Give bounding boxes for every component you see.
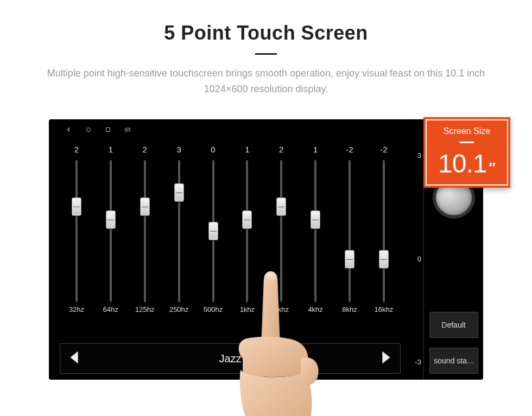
gallery-icon[interactable] xyxy=(124,126,131,135)
home-icon[interactable] xyxy=(85,126,92,135)
eq-slider-track[interactable] xyxy=(144,160,146,302)
screen-size-badge: Screen Size 10.1 ″ xyxy=(423,117,510,188)
eq-slider-thumb[interactable] xyxy=(276,197,286,216)
badge-title: Screen Size xyxy=(425,126,509,136)
eq-band-value: -2 xyxy=(346,145,353,157)
eq-slider-thumb[interactable] xyxy=(174,183,184,202)
preset-label: Jazz xyxy=(219,353,241,365)
eq-slider-track[interactable] xyxy=(246,160,248,302)
svg-point-0 xyxy=(87,128,91,132)
prev-preset-icon[interactable] xyxy=(66,348,84,369)
eq-band-value: 2 xyxy=(74,145,79,157)
eq-slider-track[interactable] xyxy=(75,160,78,302)
eq-band-freq: 125hz xyxy=(135,305,154,318)
status-bar xyxy=(49,124,483,139)
next-preset-icon[interactable] xyxy=(376,348,395,369)
default-button[interactable]: Default xyxy=(429,312,478,338)
eq-band-value: 2 xyxy=(279,145,283,157)
eq-slider-thumb[interactable] xyxy=(106,210,116,229)
eq-band-value: 1 xyxy=(245,145,249,157)
eq-slider-track[interactable] xyxy=(280,160,282,302)
title-divider xyxy=(255,53,277,55)
device-frame: 232hz164hz2125hz3250hz0500hz11khz22khz14… xyxy=(49,119,483,380)
eq-slider-thumb[interactable] xyxy=(242,210,252,229)
equalizer-area: 232hz164hz2125hz3250hz0500hz11khz22khz14… xyxy=(49,139,406,379)
eq-band-9[interactable]: -216khz xyxy=(370,145,397,318)
eq-band-freq: 500hz xyxy=(204,305,223,318)
eq-band-freq: 32hz xyxy=(69,305,84,318)
eq-slider-track[interactable] xyxy=(314,160,316,302)
eq-band-freq: 1khz xyxy=(240,305,255,318)
eq-slider-track[interactable] xyxy=(110,160,112,302)
badge-unit: ″ xyxy=(489,159,495,176)
svg-rect-1 xyxy=(106,128,110,132)
eq-band-freq: 250hz xyxy=(169,305,188,318)
recents-icon[interactable] xyxy=(104,126,112,135)
eq-band-7[interactable]: 14khz xyxy=(302,145,329,318)
scale-mid: 0 xyxy=(417,255,421,263)
back-icon[interactable] xyxy=(65,126,73,135)
eq-band-value: 2 xyxy=(143,145,147,157)
eq-band-freq: 8khz xyxy=(342,305,357,318)
eq-slider-thumb[interactable] xyxy=(311,210,320,229)
eq-scale: 3 0 -3 xyxy=(406,139,423,379)
eq-band-freq: 16khz xyxy=(375,305,394,318)
eq-band-6[interactable]: 22khz xyxy=(268,145,295,318)
eq-band-1[interactable]: 164hz xyxy=(97,145,124,318)
eq-band-freq: 2khz xyxy=(274,305,289,318)
eq-slider-track[interactable] xyxy=(349,160,351,302)
eq-band-value: 3 xyxy=(176,145,181,157)
eq-band-freq: 64hz xyxy=(103,305,118,318)
badge-divider xyxy=(460,142,474,143)
eq-slider-track[interactable] xyxy=(178,160,180,302)
eq-slider-thumb[interactable] xyxy=(140,197,150,216)
eq-band-value: 0 xyxy=(211,145,215,157)
sound-stage-button[interactable]: sound sta... xyxy=(429,348,478,374)
eq-slider-thumb[interactable] xyxy=(72,197,81,216)
scale-min: -3 xyxy=(415,358,421,366)
eq-band-freq: 4khz xyxy=(308,305,322,318)
badge-value: 10.1 xyxy=(438,149,486,178)
eq-band-5[interactable]: 11khz xyxy=(233,145,261,318)
eq-slider-thumb[interactable] xyxy=(345,250,354,268)
eq-band-3[interactable]: 3250hz xyxy=(166,145,193,318)
eq-band-4[interactable]: 0500hz xyxy=(200,145,227,318)
eq-slider-thumb[interactable] xyxy=(379,250,389,268)
eq-band-2[interactable]: 2125hz xyxy=(131,145,159,318)
eq-band-value: 1 xyxy=(313,145,318,157)
eq-band-0[interactable]: 232hz xyxy=(63,145,90,318)
eq-band-value: 1 xyxy=(109,145,113,157)
eq-band-value: -2 xyxy=(380,145,387,157)
page-title: 5 Point Touch Screen xyxy=(0,22,532,44)
scale-max: 3 xyxy=(417,151,421,159)
eq-slider-track[interactable] xyxy=(383,160,385,302)
eq-band-8[interactable]: -28khz xyxy=(336,145,363,318)
page-subtitle: Multiple point high-sensitive touchscree… xyxy=(43,66,489,97)
preset-selector[interactable]: Jazz xyxy=(60,343,401,374)
eq-slider-track[interactable] xyxy=(212,160,214,302)
eq-slider-thumb[interactable] xyxy=(208,222,218,240)
